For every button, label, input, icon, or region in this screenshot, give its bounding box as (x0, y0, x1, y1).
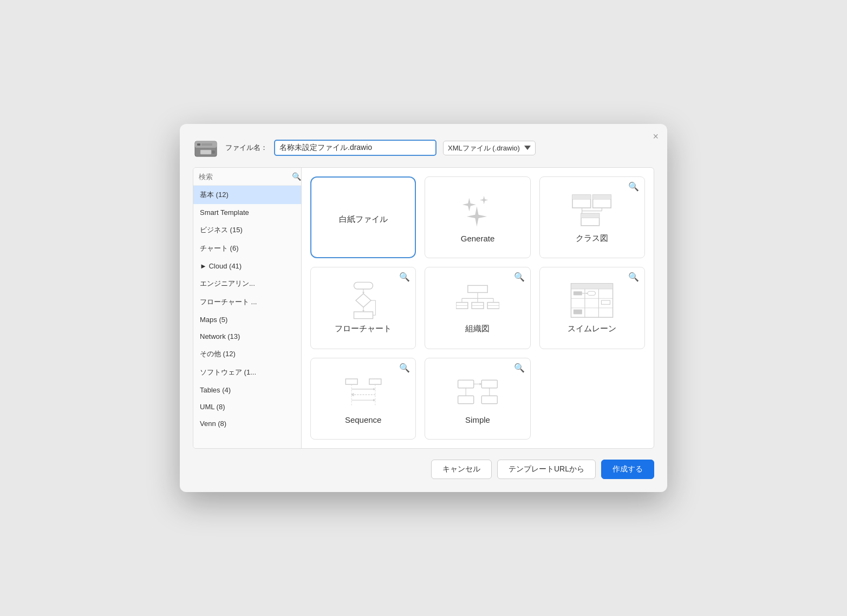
zoom-icon-org: 🔍 (514, 272, 525, 282)
sidebar-item-chart[interactable]: チャート (6) (193, 239, 301, 258)
template-simple-label: Simple (465, 415, 490, 424)
sequence-diagram-preview (342, 373, 385, 411)
swimlane-diagram-preview (570, 281, 614, 319)
template-flowchart-label: フローチャート (335, 324, 392, 334)
org-diagram-preview (456, 281, 499, 319)
simple-diagram-preview (456, 373, 499, 411)
template-blank-label: 白紙ファイル (339, 214, 388, 225)
template-empty[interactable] (539, 358, 645, 440)
filename-input[interactable] (274, 140, 436, 156)
sidebar-item-basic[interactable]: 基本 (12) (193, 186, 301, 204)
filetype-select[interactable]: XMLファイル (.drawio) SVGファイル (.svg) PNGファイル… (443, 141, 536, 155)
class-diagram-preview (570, 191, 614, 229)
cancel-button[interactable]: キャンセル (431, 460, 492, 479)
sidebar-item-engineering[interactable]: エンジニアリン... (193, 274, 301, 293)
footer: キャンセル テンプレートURLから 作成する (193, 457, 654, 479)
template-blank[interactable]: 白紙ファイル (310, 176, 416, 258)
svg-rect-46 (574, 292, 582, 296)
sidebar-item-uml[interactable]: UML (8) (193, 398, 301, 415)
svg-rect-28 (468, 286, 487, 293)
template-org[interactable]: 🔍 (425, 267, 530, 349)
svg-rect-62 (458, 380, 474, 388)
svg-rect-52 (346, 379, 357, 384)
svg-marker-21 (356, 294, 371, 307)
sidebar-item-business[interactable]: ビジネス (15) (193, 221, 301, 239)
close-button[interactable]: × (653, 132, 659, 141)
search-icon: 🔍 (292, 172, 301, 181)
sidebar-item-tables[interactable]: Tables (4) (193, 382, 301, 398)
template-swimlane-label: スイムレーン (568, 324, 616, 334)
filename-label: ファイル名： (225, 143, 268, 153)
zoom-icon-class: 🔍 (628, 181, 639, 192)
template-simple[interactable]: 🔍 Simple (425, 358, 530, 440)
create-button[interactable]: 作成する (601, 460, 654, 479)
main-content: 🔍 基本 (12) Smart Template ビジネス (15) チャート … (193, 167, 654, 449)
sidebar-item-cloud[interactable]: ► Cloud (41) (193, 258, 301, 274)
sidebar-item-flowchart-cat[interactable]: フローチャート ... (193, 293, 301, 311)
template-swimlane[interactable]: 🔍 (539, 267, 645, 349)
flowchart-diagram-preview (342, 281, 385, 319)
template-generate[interactable]: Generate (425, 176, 530, 258)
svg-rect-4 (200, 150, 211, 154)
svg-rect-11 (593, 195, 611, 199)
template-generate-label: Generate (461, 234, 495, 243)
svg-rect-67 (481, 396, 497, 404)
svg-rect-3 (201, 143, 212, 146)
svg-rect-24 (354, 312, 373, 319)
template-class-label: クラス図 (576, 233, 608, 244)
svg-rect-41 (571, 284, 613, 289)
svg-marker-57 (373, 388, 375, 390)
sidebar-item-smart-template[interactable]: Smart Template (193, 204, 301, 221)
template-sequence[interactable]: 🔍 (310, 358, 416, 440)
zoom-icon-simple: 🔍 (514, 363, 525, 373)
disk-icon (193, 137, 219, 159)
zoom-icon-swimlane: 🔍 (628, 272, 639, 282)
header-row: ファイル名： XMLファイル (.drawio) SVGファイル (.svg) … (193, 137, 654, 159)
new-file-dialog: × ファイル名： XMLファイル (.drawio) SVGファイル (.svg… (180, 124, 667, 492)
svg-rect-14 (581, 214, 600, 218)
template-class[interactable]: 🔍 (539, 176, 645, 258)
template-org-label: 組織図 (465, 324, 490, 334)
sidebar-item-venn[interactable]: Venn (8) (193, 415, 301, 432)
svg-rect-47 (588, 292, 596, 296)
zoom-icon-sequence: 🔍 (399, 363, 410, 373)
svg-point-5 (212, 150, 215, 154)
zoom-icon-flowchart: 🔍 (399, 272, 410, 282)
sparkle-icon (456, 192, 499, 230)
sidebar-item-other[interactable]: その他 (12) (193, 345, 301, 363)
template-url-button[interactable]: テンプレートURLから (497, 460, 596, 479)
svg-rect-2 (197, 143, 200, 146)
svg-rect-63 (481, 380, 497, 388)
template-grid: 白紙ファイル Generate 🔍 (302, 168, 654, 448)
sidebar-item-software[interactable]: ソフトウェア (1... (193, 363, 301, 382)
sidebar-item-network[interactable]: Network (13) (193, 328, 301, 345)
template-sequence-label: Sequence (345, 415, 382, 424)
svg-rect-53 (369, 379, 381, 384)
search-input[interactable] (199, 173, 290, 181)
svg-rect-49 (574, 310, 582, 314)
template-flowchart[interactable]: 🔍 (310, 267, 416, 349)
svg-rect-18 (354, 283, 373, 290)
svg-marker-61 (373, 399, 375, 401)
sidebar: 🔍 基本 (12) Smart Template ビジネス (15) チャート … (193, 168, 302, 448)
svg-rect-66 (458, 396, 474, 404)
svg-rect-8 (572, 195, 591, 199)
search-box: 🔍 (193, 168, 301, 186)
sidebar-item-maps[interactable]: Maps (5) (193, 311, 301, 328)
svg-rect-48 (602, 300, 610, 304)
